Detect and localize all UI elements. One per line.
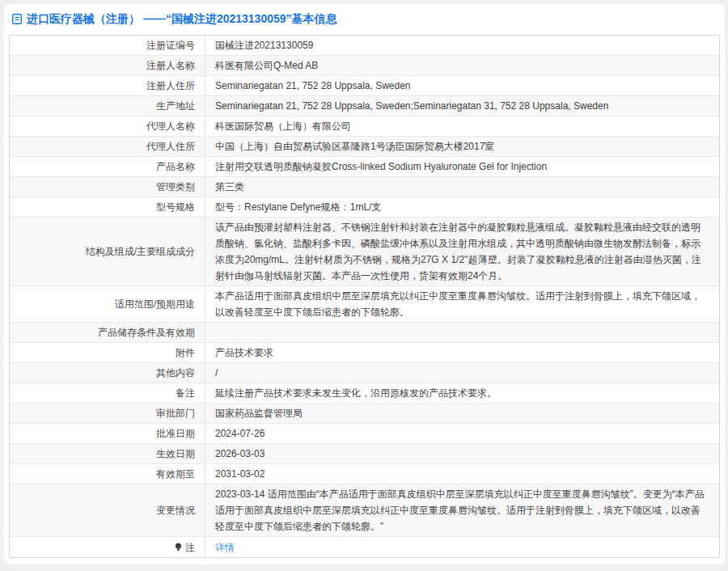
row-label-text: 批准日期 [156,425,195,442]
table-row: 注册人住所Seminariegatan 21, 752 28 Uppsala, … [10,76,719,96]
row-label: 产品名称 [10,157,205,176]
row-label-text: 注册人名称 [146,57,195,74]
table-row: 备注延续注册产品技术要求未发生变化，沿用原核发的产品技术要求。 [10,383,719,404]
page-title-bar: 进口医疗器械（注册） ——“国械注进20213130059”基本信息 [4,4,725,33]
row-label-text: 结构及组成/主要组成成分 [86,243,195,260]
row-value: 注射用交联透明质酸钠凝胶Cross-linked Sodium Hyaluron… [205,157,719,176]
row-value: 2026-03-03 [205,444,719,463]
row-label-text: 管理类别 [156,179,195,195]
row-value: 国械注进20213130059 [205,36,719,55]
details-link[interactable]: 详情 [215,539,235,556]
table-row: 生产地址Seminariegatan 21, 752 28 Uppsala, S… [10,96,719,116]
row-value: 科医有限公司Q-Med AB [205,56,719,75]
row-value [205,323,719,342]
row-label: 其他内容 [10,363,205,383]
row-value: / [205,363,719,383]
row-label-text: 有效期至 [156,466,195,482]
table-row: 批准日期2024-07-26 [10,424,719,444]
row-label: 审批部门 [10,404,205,423]
row-label: 批准日期 [10,424,205,443]
row-value: 科医国际贸易（上海）有限公司 [205,116,719,136]
row-label: 注 [10,537,205,557]
registration-info-table: 注册证编号国械注进20213130059注册人名称科医有限公司Q-Med AB注… [9,35,720,558]
row-label: 生效日期 [10,444,205,463]
row-value: 2023-03-14 适用范围由“本产品适用于面部真皮组织中层至深层填充以纠正中… [205,484,719,536]
row-value: 该产品由预灌封塑料注射器、不锈钢注射针和封装在注射器中的凝胶颗粒悬液组成。凝胶颗… [205,218,719,286]
row-label: 注册人住所 [10,76,205,95]
row-label-text: 注册人住所 [146,78,195,94]
table-row: 其他内容/ [10,363,719,383]
row-label-text: 型号规格 [156,199,195,215]
row-label: 型号规格 [10,197,205,217]
table-row: 变更情况2023-03-14 适用范围由“本产品适用于面部真皮组织中层至深层填充… [10,484,719,537]
table-row: 代理人住所中国（上海）自由贸易试验区基隆路1号汤臣国际贸易大楼2017室 [10,137,719,157]
table-row: 附件产品技术要求 [10,343,719,363]
row-label-text: 备注 [176,385,195,401]
row-label: 注册人名称 [10,56,205,75]
row-value: Seminariegatan 21, 752 28 Uppsala, Swede… [205,96,719,116]
table-row: 产品储存条件及有效期 [10,323,719,343]
document-icon [11,13,23,25]
row-label-text: 代理人名称 [146,118,195,134]
row-label: 备注 [10,383,205,403]
row-value: Seminariegatan 21, 752 28 Uppsala, Swede… [205,76,719,95]
row-label-text: 附件 [176,345,195,361]
row-label: 附件 [10,343,205,362]
row-value: 2031-03-02 [205,464,719,484]
row-label: 代理人住所 [10,137,205,156]
row-label-text: 产品储存条件及有效期 [98,324,195,340]
row-label: 结构及组成/主要组成成分 [10,218,205,286]
table-row: 审批部门国家药品监督管理局 [10,404,719,424]
row-value: 2024-07-26 [205,424,719,443]
table-row: 注册证编号国械注进20213130059 [10,36,719,56]
row-label-text: 生效日期 [156,446,195,462]
table-row: 生效日期2026-03-03 [10,444,719,464]
row-value: 详情 [205,537,719,557]
row-value: 延续注册产品技术要求未发生变化，沿用原核发的产品技术要求。 [205,383,719,403]
row-value: 本产品适用于面部真皮组织中层至深层填充以纠正中度至重度鼻唇沟皱纹。适用于注射到骨… [205,286,719,322]
row-label-text: 注 [185,539,195,556]
table-row: 适用范围/预期用途本产品适用于面部真皮组织中层至深层填充以纠正中度至重度鼻唇沟皱… [10,286,719,323]
row-label-text: 适用范围/预期用途 [115,296,195,312]
row-label: 代理人名称 [10,116,205,136]
row-label: 产品储存条件及有效期 [10,323,205,342]
row-label: 有效期至 [10,464,205,484]
row-label-text: 产品名称 [156,159,195,175]
row-label: 管理类别 [10,177,205,197]
table-row: 管理类别第三类 [10,177,719,197]
page-title: 进口医疗器械（注册） ——“国械注进20213130059”基本信息 [27,11,337,26]
row-value: 产品技术要求 [205,343,719,362]
table-row: 产品名称注射用交联透明质酸钠凝胶Cross-linked Sodium Hyal… [10,157,719,177]
row-label-text: 其他内容 [156,365,195,381]
table-row: 注详情 [10,537,719,557]
table-row: 代理人名称科医国际贸易（上海）有限公司 [10,116,719,137]
row-label-text: 代理人住所 [146,138,195,154]
row-label: 注册证编号 [10,36,205,55]
row-label-text: 生产地址 [156,98,195,114]
row-label: 适用范围/预期用途 [10,286,205,322]
table-row: 有效期至2031-03-02 [10,464,719,484]
row-label: 变更情况 [10,484,205,536]
row-label-text: 注册证编号 [146,37,195,53]
table-row: 结构及组成/主要组成成分该产品由预灌封塑料注射器、不锈钢注射针和封装在注射器中的… [10,218,719,286]
row-label-text: 变更情况 [156,502,195,518]
lightbulb-note-icon [174,542,183,552]
row-value: 第三类 [205,177,719,197]
row-label-text: 审批部门 [156,405,195,421]
row-value: 型号：Restylane Defyne规格：1mL/支 [205,197,719,217]
content-panel: 进口医疗器械（注册） ——“国械注进20213130059”基本信息 注册证编号… [4,4,725,565]
row-label: 生产地址 [10,96,205,116]
table-row: 型号规格型号：Restylane Defyne规格：1mL/支 [10,197,719,218]
row-value: 国家药品监督管理局 [205,404,719,423]
table-row: 注册人名称科医有限公司Q-Med AB [10,56,719,76]
row-value: 中国（上海）自由贸易试验区基隆路1号汤臣国际贸易大楼2017室 [205,137,719,156]
